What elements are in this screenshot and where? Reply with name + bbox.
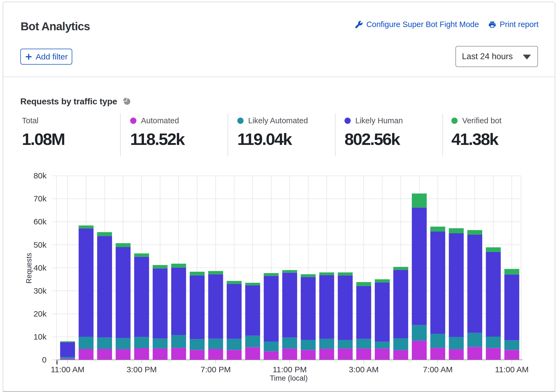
bar-segment-likely-human <box>467 235 482 333</box>
bar-segment-likely-automated <box>486 337 501 348</box>
bar-segment-likely-human <box>319 275 334 339</box>
bar-9-00-am[interactable] <box>467 230 482 360</box>
bar-2-00-pm[interactable] <box>116 243 130 360</box>
bar-7-00-pm[interactable] <box>208 271 223 360</box>
bar-1-00-am[interactable] <box>319 273 334 360</box>
bar-segment-automated <box>190 350 205 360</box>
bar-segment-likely-human <box>153 268 168 338</box>
bar-segment-likely-human <box>227 284 242 339</box>
bar-segment-verified-bot <box>227 281 242 284</box>
bar-segment-likely-human <box>301 277 316 340</box>
bar-3-00-am[interactable] <box>356 282 371 360</box>
x-tick-label: 11:00 AM <box>51 365 84 374</box>
bar-segment-likely-automated <box>116 338 130 349</box>
bar-segment-verified-bot <box>301 274 316 277</box>
bar-segment-verified-bot <box>208 271 223 274</box>
bar-segment-likely-human <box>116 247 130 338</box>
bar-11-00-pm[interactable] <box>282 270 297 360</box>
bar-segment-automated <box>208 349 223 360</box>
y-tick-label: 80k <box>34 171 47 180</box>
bar-segment-verified-bot <box>393 267 408 270</box>
bar-12-00-pm[interactable] <box>79 225 94 360</box>
bar-segment-likely-automated <box>338 340 353 348</box>
bar-8-00-am[interactable] <box>449 228 464 360</box>
bar-segment-automated <box>116 349 130 360</box>
bar-segment-verified-bot <box>338 273 353 275</box>
bar-segment-likely-automated <box>449 337 464 349</box>
bar-segment-likely-human <box>393 270 408 338</box>
bar-segment-likely-human <box>171 268 186 335</box>
bar-9-00-pm[interactable] <box>245 283 260 360</box>
bar-6-00-pm[interactable] <box>190 272 205 360</box>
bar-11-00-am[interactable] <box>504 269 519 360</box>
bar-4-00-pm[interactable] <box>153 265 168 360</box>
bar-segment-verified-bot <box>375 279 390 283</box>
bar-segment-likely-automated <box>412 325 427 341</box>
bar-segment-likely-human <box>134 257 149 337</box>
bar-segment-verified-bot <box>412 194 427 208</box>
bar-segment-automated <box>504 350 519 360</box>
bar-segment-automated <box>393 350 408 360</box>
bar-segment-automated <box>375 348 390 360</box>
bar-segment-automated <box>282 348 297 360</box>
bar-segment-automated <box>356 348 371 360</box>
bar-5-00-pm[interactable] <box>171 264 186 360</box>
bar-segment-likely-automated <box>190 339 205 350</box>
bar-segment-automated <box>97 349 112 360</box>
x-axis-title: Time (local) <box>270 374 308 382</box>
bar-segment-automated <box>227 350 242 360</box>
bar-12-00-am[interactable] <box>301 274 316 360</box>
bar-segment-likely-automated <box>301 340 316 350</box>
x-tick-label: 3:00 AM <box>349 365 379 374</box>
bar-segment-automated <box>319 349 334 360</box>
y-tick-label: 10k <box>34 332 47 341</box>
bar-segment-likely-human <box>430 231 445 334</box>
bar-segment-likely-human <box>338 275 353 340</box>
bar-segment-likely-human <box>264 276 279 341</box>
bar-segment-verified-bot <box>319 273 334 275</box>
bar-segment-likely-automated <box>467 333 482 347</box>
bar-segment-verified-bot <box>153 265 168 268</box>
bar-7-00-am[interactable] <box>430 227 445 360</box>
bar-segment-automated <box>79 349 94 360</box>
bar-segment-automated <box>338 348 353 360</box>
x-tick-label: 7:00 AM <box>423 365 453 374</box>
bar-8-00-pm[interactable] <box>227 281 242 360</box>
bar-segment-likely-automated <box>504 340 519 350</box>
bar-10-00-pm[interactable] <box>264 273 279 360</box>
bar-segment-verified-bot <box>116 243 130 247</box>
bar-3-00-pm[interactable] <box>134 253 149 360</box>
bar-2-00-am[interactable] <box>338 273 353 360</box>
bar-segment-verified-bot <box>134 253 149 257</box>
bar-segment-verified-bot <box>282 270 297 273</box>
bar-4-00-am[interactable] <box>375 279 390 360</box>
bar-10-00-am[interactable] <box>486 247 501 360</box>
bar-segment-verified-bot <box>504 269 519 274</box>
y-axis-title: Requests <box>25 253 33 284</box>
bar-segment-automated <box>467 347 482 360</box>
x-tick-label: 3:00 PM <box>126 365 157 374</box>
bar-11-00-am[interactable] <box>60 341 75 360</box>
bar-segment-verified-bot <box>190 272 205 275</box>
bar-segment-likely-human <box>486 252 501 337</box>
y-tick-label: 40k <box>34 263 47 272</box>
bot-analytics-page: Bot Analytics Configure Super Bot Fight … <box>0 0 558 392</box>
bar-segment-verified-bot <box>486 247 501 252</box>
bar-segment-likely-human <box>504 274 519 340</box>
bar-6-00-am[interactable] <box>412 194 427 360</box>
bar-5-00-am[interactable] <box>393 267 408 360</box>
bar-segment-likely-human <box>97 236 112 337</box>
bar-segment-likely-human <box>208 274 223 338</box>
bar-segment-verified-bot <box>60 341 75 342</box>
bar-segment-likely-automated <box>208 339 223 349</box>
bar-segment-automated <box>301 350 316 360</box>
bar-segment-likely-automated <box>227 339 242 350</box>
bar-segment-likely-automated <box>264 342 279 351</box>
bar-segment-verified-bot <box>356 282 371 286</box>
bar-segment-likely-automated <box>153 338 168 348</box>
bar-segment-verified-bot <box>171 264 186 267</box>
bar-1-00-pm[interactable] <box>97 232 112 360</box>
x-tick-label: 7:00 PM <box>201 365 231 374</box>
y-tick-label: 50k <box>34 240 47 249</box>
bar-segment-likely-automated <box>393 338 408 350</box>
